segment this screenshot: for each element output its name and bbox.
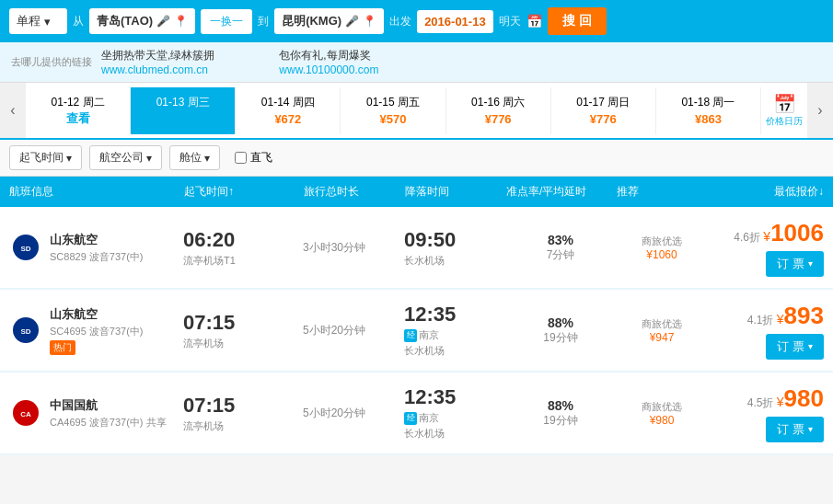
date-prev-button[interactable]: ‹ — [0, 83, 26, 138]
date-next-button[interactable]: › — [807, 83, 833, 138]
ad-link-1[interactable]: www.clubmed.com.cn — [101, 63, 214, 76]
ad-text-2: 包你有礼,每周爆奖 — [279, 48, 378, 63]
date-label: 01-17 周日 — [555, 95, 652, 110]
date-cell-d2[interactable]: 01-13 周三 — [131, 87, 236, 134]
price-label: ¥776 — [555, 112, 652, 126]
flight-code: SC4695 波音737(中) — [50, 325, 183, 338]
trip-type-label: 单程 — [17, 13, 40, 29]
terminal: 流亭机场 — [183, 419, 303, 433]
from-city-value: 青岛(TAO) — [97, 13, 153, 29]
date-cell-d1[interactable]: 01-12 周二查看 — [26, 87, 131, 134]
price-calendar-label: 价格日历 — [765, 115, 804, 128]
mic-icon: 🎤 — [156, 15, 170, 28]
depart-time-filter[interactable]: 起飞时间 ▾ — [9, 145, 82, 170]
price-main: 893 — [784, 302, 824, 329]
recommend-col: 商旅优选 ¥947 — [616, 317, 708, 344]
depart-col: 06:20 流亭机场T1 — [183, 228, 303, 268]
ontime-col: 88% 19分钟 — [505, 398, 616, 429]
airline-name: 山东航空 — [50, 306, 183, 323]
price-label: ¥863 — [660, 112, 757, 126]
depart-col: 07:15 流亭机场 — [183, 311, 303, 350]
flight-row-f3: CA 中国国航 CA4695 波音737(中) 共享 07:15 流亭机场 5小… — [0, 372, 833, 455]
duration-col: 3小时30分钟 — [303, 240, 404, 256]
ontime-pct: 83% — [505, 233, 616, 247]
from-label: 从 — [73, 14, 84, 29]
date-label: 01-13 周三 — [134, 95, 231, 110]
ontime-delay: 19分钟 — [505, 413, 616, 429]
ad-item-2: 包你有礼,每周爆奖 www.10100000.com — [279, 48, 378, 76]
depart-time-filter-label: 起飞时间 — [19, 150, 64, 166]
price-col: 4.1折 ¥893 订 票 ▾ — [708, 302, 824, 360]
airline-logo: CA — [9, 396, 42, 430]
trip-type-select[interactable]: 单程 ▾ — [9, 8, 67, 34]
arrive-airport: 长水机场 — [404, 254, 505, 268]
svg-text:SD: SD — [20, 245, 30, 253]
ontime-pct: 88% — [505, 315, 616, 330]
arrive-time: 12:35 — [404, 303, 505, 326]
airline-arrow: ▾ — [146, 152, 152, 165]
ad-banner: 去哪儿提供的链接 坐拥热带天堂,绿林簇拥 www.clubmed.com.cn … — [0, 42, 833, 83]
book-button-f3[interactable]: 订 票 ▾ — [766, 417, 824, 442]
recommend-col: 商旅优选 ¥980 — [616, 400, 708, 427]
airline-name: 山东航空 — [50, 232, 183, 248]
to-city-field[interactable]: 昆明(KMG) 🎤 📍 — [274, 8, 384, 34]
arrive-airport: 长水机场 — [404, 344, 505, 358]
flights-container: SD 山东航空 SC8829 波音737(中) 06:20 流亭机场T1 3小时… — [0, 207, 833, 455]
flight-row-f2: SD 山东航空 SC4695 波音737(中) 热门 07:15 流亭机场 5小… — [0, 290, 833, 372]
terminal: 流亭机场 — [183, 337, 303, 350]
svg-text:CA: CA — [20, 410, 31, 418]
date-label: 01-14 周四 — [239, 95, 336, 110]
airline-logo: SD — [9, 231, 42, 264]
price-yen: ¥ — [777, 312, 784, 326]
discount-tag: 4.5折 ¥980 — [747, 384, 824, 413]
to-label: 到 — [258, 14, 269, 29]
from-city-field[interactable]: 青岛(TAO) 🎤 📍 — [89, 8, 195, 34]
cabin-filter[interactable]: 舱位 ▾ — [169, 145, 220, 170]
recommend-price: ¥980 — [616, 414, 708, 427]
ontime-col: 88% 19分钟 — [505, 315, 616, 346]
date-cell-d5[interactable]: 01-16 周六¥776 — [446, 87, 551, 134]
depart-time: 07:15 — [183, 394, 303, 418]
ad-item-1: 坐拥热带天堂,绿林簇拥 www.clubmed.com.cn — [101, 48, 214, 76]
direct-checkbox[interactable] — [235, 152, 247, 164]
flight-row-f1: SD 山东航空 SC8829 波音737(中) 06:20 流亭机场T1 3小时… — [0, 207, 833, 290]
price-label: ¥672 — [239, 112, 336, 126]
recommend-price: ¥947 — [616, 331, 708, 344]
book-button-f1[interactable]: 订 票 ▾ — [766, 251, 824, 277]
duration-col: 5小时20分钟 — [303, 406, 404, 421]
ad-link-2[interactable]: www.10100000.com — [279, 63, 378, 76]
airline-info: 山东航空 SC4695 波音737(中) 热门 — [50, 306, 183, 355]
header-recommend: 推荐 — [617, 184, 709, 200]
ontime-delay: 19分钟 — [505, 330, 616, 346]
arrive-time: 12:35 — [404, 385, 505, 409]
airline-name: 中国国航 — [50, 397, 183, 414]
search-button[interactable]: 搜 回 — [548, 7, 607, 35]
via-badge: 经南京 — [404, 328, 439, 342]
discount-tag: 4.6折 ¥1006 — [734, 219, 824, 247]
date-label: 01-18 周一 — [660, 95, 757, 110]
depart-date-field[interactable]: 2016-01-13 — [417, 10, 493, 33]
cabin-filter-label: 舱位 — [179, 150, 202, 166]
header-arrive-time: 降落时间 — [405, 184, 506, 200]
book-button-f2[interactable]: 订 票 ▾ — [766, 334, 824, 360]
trip-type-arrow: ▾ — [44, 15, 51, 29]
recommend-col: 商旅优选 ¥1060 — [616, 235, 708, 261]
recommend-label: 商旅优选 — [616, 235, 708, 248]
swap-button[interactable]: 一换一 — [201, 9, 252, 34]
date-cell-d6[interactable]: 01-17 周日¥776 — [551, 87, 656, 134]
airline-info: 山东航空 SC8829 波音737(中) — [50, 232, 183, 264]
airline-filter[interactable]: 航空公司 ▾ — [89, 145, 162, 170]
depart-col: 07:15 流亭机场 — [183, 394, 303, 433]
depart-time: 07:15 — [183, 311, 303, 335]
price-yen: ¥ — [763, 229, 770, 244]
arrive-airport: 长水机场 — [404, 427, 505, 441]
header-depart-time: 起飞时间↑ — [184, 184, 304, 200]
depart-time: 06:20 — [183, 228, 303, 252]
date-cell-d3[interactable]: 01-14 周四¥672 — [236, 87, 341, 134]
date-cell-d4[interactable]: 01-15 周五¥570 — [341, 87, 445, 134]
ontime-col: 83% 7分钟 — [505, 233, 616, 263]
airline-filter-label: 航空公司 — [99, 150, 144, 166]
calendar-icon-btn[interactable]: 📅 价格日历 — [761, 86, 807, 135]
direct-flight-check[interactable]: 直飞 — [235, 150, 272, 166]
date-cell-d7[interactable]: 01-18 周一¥863 — [656, 87, 761, 134]
